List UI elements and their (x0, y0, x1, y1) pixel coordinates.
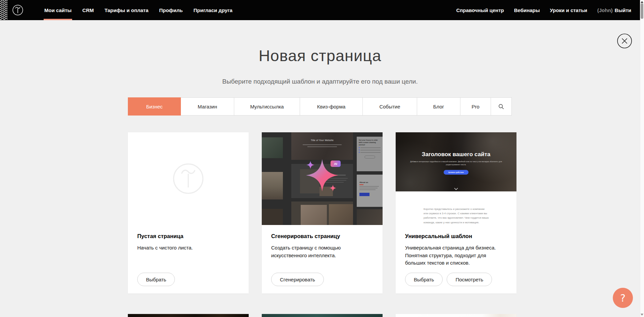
main-menu: Мои сайты CRM Тарифы и оплата Профиль Пр… (39, 0, 238, 20)
template-cards-row: Пустая страница Начать с чистого листа. … (128, 132, 516, 293)
card-title: Сгенерировать страницу (271, 233, 373, 239)
chevron-down-icon (454, 188, 458, 190)
top-nav: Мои сайты CRM Тарифы и оплата Профиль Пр… (0, 0, 640, 20)
tab-multilink[interactable]: Мультиссылка (234, 97, 300, 116)
card-ai-generate: Title of Your Website Get your house in … (262, 132, 383, 293)
tab-search[interactable] (491, 97, 512, 116)
template-cta-button: Целевое действие (444, 170, 468, 175)
scrollbar-thumb[interactable] (641, 3, 643, 19)
select-universal-button[interactable]: Выбрать (405, 273, 443, 286)
close-icon (617, 33, 632, 49)
card-actions: Выбрать (137, 273, 239, 286)
nav-my-sites[interactable]: Мои сайты (39, 0, 77, 20)
card-body: Универсальный шаблон Универсальная стран… (396, 225, 516, 293)
template-card-partial[interactable] (128, 314, 249, 317)
card-actions: Сгенерировать (271, 273, 373, 286)
card-blank-page: Пустая страница Начать с чистого листа. … (128, 132, 249, 293)
blank-page-preview (128, 132, 249, 225)
universal-template-preview: Заголовок вашего сайта Добавьте интересн… (396, 132, 516, 225)
nav-help-center[interactable]: Справочный центр (451, 0, 509, 20)
card-description: Начать с чистого листа. (137, 244, 239, 252)
close-button[interactable] (617, 33, 632, 49)
tab-shop[interactable]: Магазин (181, 97, 234, 116)
nav-webinars[interactable]: Вебинары (509, 0, 545, 20)
tilda-ghost-logo-icon (169, 160, 207, 197)
nav-crm[interactable]: CRM (77, 0, 99, 20)
tab-quiz-form[interactable]: Квиз-форма (300, 97, 363, 116)
nav-profile[interactable]: Профиль (154, 0, 188, 20)
generate-button[interactable]: Сгенерировать (271, 273, 324, 286)
template-hero-title: Заголовок вашего сайта (396, 132, 516, 158)
nav-tariffs[interactable]: Тарифы и оплата (99, 0, 154, 20)
scroll-down-arrow-icon[interactable] (641, 314, 643, 316)
page-subtitle: Выберите подходящий шаблон и адаптируйте… (0, 78, 640, 85)
template-body-section: Коротко представьтесь и расскажите о ком… (396, 191, 516, 225)
card-title: Пустая страница (137, 233, 239, 239)
nav-lessons[interactable]: Уроки и статьи (545, 0, 592, 20)
view-universal-button[interactable]: Посмотреть (447, 273, 492, 286)
card-universal-template: Заголовок вашего сайта Добавьте интересн… (396, 132, 516, 293)
card-description: Создать страницу с помощью искусственног… (271, 244, 373, 259)
scrollbar[interactable] (640, 0, 644, 317)
card-actions: Выбрать Посмотреть (405, 273, 507, 286)
ai-collage-preview: Title of Your Website Get your house in … (262, 132, 383, 225)
nav-user: (John) Выйти (592, 0, 631, 20)
help-button[interactable]: ? (613, 288, 633, 308)
card-title: Универсальный шаблон (405, 233, 507, 239)
user-name: (John) (597, 7, 613, 13)
scroll-up-arrow-icon[interactable] (641, 1, 643, 3)
ai-sparkle-icon (262, 132, 383, 225)
card-body: Сгенерировать страницу Создать страницу … (262, 225, 383, 293)
tab-event[interactable]: Событие (362, 97, 417, 116)
tab-blog[interactable]: Блог (417, 97, 460, 116)
template-hero-section: Заголовок вашего сайта Добавьте интересн… (396, 132, 516, 191)
page-title: Новая страница (0, 48, 640, 63)
select-blank-button[interactable]: Выбрать (137, 273, 175, 286)
question-mark-icon: ? (620, 292, 626, 304)
secondary-menu: Справочный центр Вебинары Уроки и статьи… (451, 0, 631, 20)
tab-pro[interactable]: Pro (460, 97, 491, 116)
nav-invite-friend[interactable]: Пригласи друга (188, 0, 238, 20)
search-icon (498, 104, 504, 109)
template-hero-subtitle: Добавьте интересные подробности о вашей … (406, 160, 506, 166)
card-body: Пустая страница Начать с чистого листа. … (128, 225, 249, 293)
template-body-text: Коротко представьтесь и расскажите о ком… (424, 207, 489, 225)
zigzag-pattern-icon (0, 0, 7, 20)
template-cards-row-2 (128, 314, 516, 317)
ai-badge: AI (331, 161, 341, 167)
tab-business[interactable]: Бизнес (128, 97, 181, 116)
tilda-logo-icon[interactable] (11, 4, 24, 16)
card-description: Универсальная страница для бизнеса. Поня… (405, 244, 507, 267)
template-category-tabs: Бизнес Магазин Мультиссылка Квиз-форма С… (128, 97, 512, 116)
template-card-partial[interactable] (262, 314, 383, 317)
template-card-partial[interactable] (396, 314, 516, 317)
logout-link[interactable]: Выйти (615, 7, 631, 13)
